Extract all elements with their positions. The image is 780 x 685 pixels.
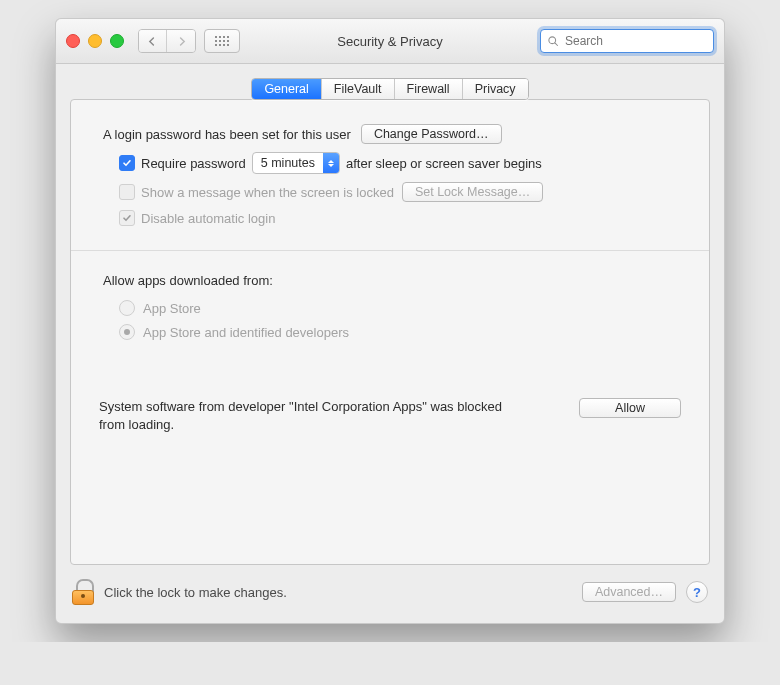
preferences-window: Security & Privacy General FileVault Fir… — [55, 18, 725, 624]
lock-hint-label: Click the lock to make changes. — [104, 585, 582, 600]
chevron-right-icon — [177, 37, 186, 46]
login-password-label: A login password has been set for this u… — [103, 127, 351, 142]
search-icon — [547, 35, 559, 47]
require-password-delay-select[interactable]: 5 minutes — [252, 152, 340, 174]
allow-apps-heading: Allow apps downloaded from: — [103, 273, 681, 288]
require-password-label-after: after sleep or screen saver begins — [346, 156, 542, 171]
show-message-checkbox — [119, 184, 135, 200]
general-panel: A login password has been set for this u… — [70, 99, 710, 565]
require-password-label-before: Require password — [141, 156, 246, 171]
tab-firewall[interactable]: Firewall — [395, 79, 463, 99]
allow-apps-option-1: App Store and identified developers — [143, 325, 349, 340]
disable-auto-login-checkbox — [119, 210, 135, 226]
blocked-software-message: System software from developer "Intel Co… — [99, 398, 529, 433]
window-controls — [66, 34, 124, 48]
help-button[interactable]: ? — [686, 581, 708, 603]
close-window-button[interactable] — [66, 34, 80, 48]
titlebar: Security & Privacy — [56, 19, 724, 64]
tab-bar: General FileVault Firewall Privacy — [70, 78, 710, 100]
show-message-label: Show a message when the screen is locked — [141, 185, 394, 200]
advanced-button: Advanced… — [582, 582, 676, 602]
disable-auto-login-label: Disable automatic login — [141, 211, 275, 226]
search-field[interactable] — [540, 29, 714, 53]
checkmark-icon — [122, 213, 132, 223]
footer: Click the lock to make changes. Advanced… — [56, 565, 724, 623]
section-divider — [71, 250, 709, 251]
lock-button[interactable] — [72, 579, 94, 605]
tab-general[interactable]: General — [252, 79, 321, 99]
allow-apps-identified-radio — [119, 324, 135, 340]
select-value: 5 minutes — [253, 156, 323, 170]
search-input[interactable] — [563, 33, 717, 49]
svg-line-1 — [555, 43, 558, 46]
grid-icon — [215, 36, 229, 46]
select-stepper-icon — [323, 153, 339, 173]
require-password-checkbox[interactable] — [119, 155, 135, 171]
back-button[interactable] — [139, 30, 167, 52]
set-lock-message-button: Set Lock Message… — [402, 182, 543, 202]
tab-filevault[interactable]: FileVault — [322, 79, 395, 99]
zoom-window-button[interactable] — [110, 34, 124, 48]
forward-button[interactable] — [167, 30, 195, 52]
checkmark-icon — [122, 158, 132, 168]
minimize-window-button[interactable] — [88, 34, 102, 48]
nav-segmented-control — [138, 29, 196, 53]
allow-apps-option-0: App Store — [143, 301, 201, 316]
tab-privacy[interactable]: Privacy — [463, 79, 528, 99]
show-all-button[interactable] — [204, 29, 240, 53]
allow-apps-appstore-radio — [119, 300, 135, 316]
change-password-button[interactable]: Change Password… — [361, 124, 502, 144]
content-area: General FileVault Firewall Privacy A log… — [56, 64, 724, 565]
chevron-left-icon — [148, 37, 157, 46]
allow-blocked-button[interactable]: Allow — [579, 398, 681, 418]
